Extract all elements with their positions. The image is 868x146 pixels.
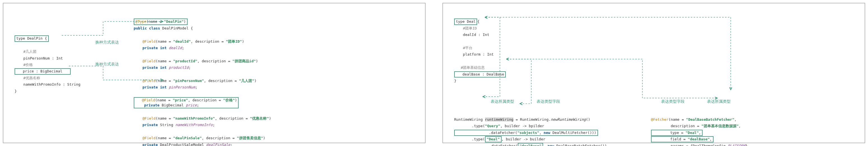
field-price: price : BigDecimal [23, 69, 62, 73]
field-dealid: dealId : Int [463, 33, 489, 37]
type-decl-box: type DealPin { [14, 35, 49, 41]
deal-close: } [454, 79, 457, 83]
comment-pinperson: #几人团 [23, 50, 36, 54]
label-belong-type-1: 表达所属类型 [491, 99, 514, 104]
deal-schema-block: type Deal{ #团单ID dealId : Int #平台 platfo… [454, 12, 854, 91]
comment-promo: #优惠名称 [23, 76, 40, 80]
comment-dealid: #团单ID [463, 26, 476, 30]
left-panel: type DealPin { #几人团 pinPersonNum : Int #… [3, 3, 426, 143]
graphql-schema-block: type DealPin { #几人团 pinPersonNum : Int #… [14, 12, 81, 101]
label-type-field-2: 表达类型字段 [661, 99, 685, 104]
java-model-block: @Type(name = "DealPin") public class Dea… [134, 12, 271, 146]
fetcher-field-box: field = "dealBase", [651, 136, 714, 142]
field-promo: nameWithPromoInfo : String [23, 82, 81, 86]
field-pinperson: pinPersonNum : Int [23, 56, 63, 60]
deal-type-box: type Deal [454, 19, 477, 25]
price-field-box: price : BigDecimal [14, 68, 71, 75]
deal-type-wiring-box: "Deal" [485, 136, 502, 142]
comment-price: #价格 [23, 63, 33, 67]
schema-close: } [14, 89, 17, 93]
dealbase-key-box: "dealBase" [518, 143, 543, 146]
comment-dealbase: #团单基础信息 [461, 65, 485, 70]
comment-platform: #平台 [463, 46, 472, 50]
fetcher-anno-block: @Fetcher(name = "DealBaseBatchFetcher", … [651, 110, 827, 146]
type-decl: type DealPin { [16, 36, 47, 40]
runtime-wiring-block: RuntimeWiring runtimeWiring = RuntimeWir… [454, 110, 634, 146]
price-java-box: @Field(name = "price", description = "价格… [134, 97, 239, 108]
label-belong-type-2: 表达所属类型 [707, 99, 731, 104]
arrow-label-2: 换种方式表达 [86, 45, 128, 67]
label-type-field-1: 表达类型字段 [537, 99, 560, 104]
field-dealbase: dealBase : DealBase [462, 72, 504, 76]
arrow-label-1: 换种方式表达 [86, 12, 128, 45]
right-panel: type Deal{ #团单ID dealId : Int #平台 platfo… [442, 3, 865, 143]
fetcher-type-box: type = "Deal", [651, 130, 703, 136]
subjects-fetcher-box: .dataFetcher("subjects", new DealMultiFe… [454, 130, 598, 136]
type-anno-box: @Type(name = "DealPin") [134, 19, 188, 25]
field-platform: platform : Int [463, 52, 494, 56]
dealbase-field-box: dealBase : DealBase [454, 71, 506, 78]
